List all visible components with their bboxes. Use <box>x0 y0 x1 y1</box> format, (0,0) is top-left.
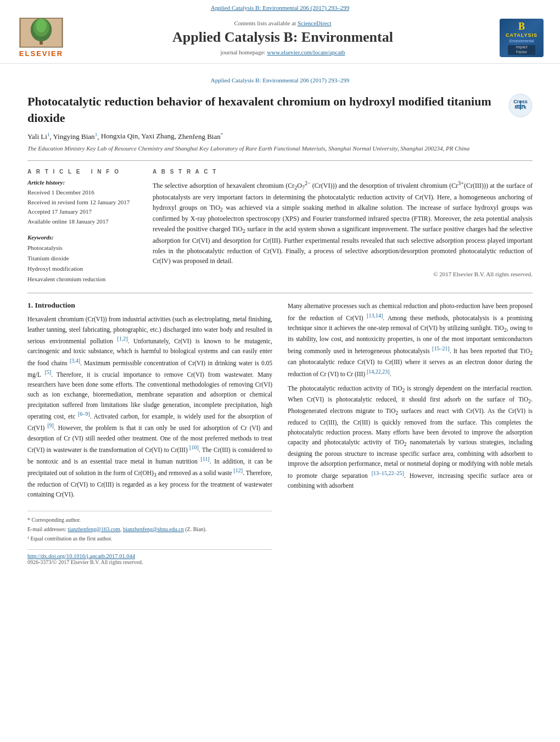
doi-link[interactable]: http://dx.doi.org/10.1016/j.apcatb.2017.… <box>27 553 272 559</box>
received-date: Received 1 December 2016 <box>27 188 137 198</box>
contents-available: Contents lists available at ScienceDirec… <box>71 20 494 26</box>
footnote-corresponding: * Corresponding author. <box>27 516 272 524</box>
authors-line: Yali Li1, Yingying Bian1, Hongxia Qin, Y… <box>27 131 533 141</box>
keyword-photocatalysis: Photocatalysis <box>27 243 137 253</box>
footnote-equal-contrib: ¹ Equal contribution as the first author… <box>27 534 272 543</box>
catalysis-logo: B CATALYSIS Environmental ImpactFactor <box>494 19 549 57</box>
citation-bar: Applied Catalysis B: Environmental 206 (… <box>27 75 533 83</box>
header-content-row: ELSEVIER Contents lists available at Sci… <box>11 14 549 63</box>
issn-text: 0926-3373/© 2017 Elsevier B.V. All right… <box>27 559 272 565</box>
article-title: Photocatalytic reduction behavior of hex… <box>27 93 500 126</box>
footnote-email: E-mail addresses: tianzhenfeng@163.com, … <box>27 525 272 533</box>
affiliation: The Education Ministry Key Lab of Resour… <box>27 144 533 153</box>
elsevier-text: ELSEVIER <box>19 49 63 58</box>
keyword-tio2: Titanium dioxide <box>27 253 137 264</box>
crossmark-badge[interactable]: Cross Mark <box>508 93 533 118</box>
elsevier-logo: ELSEVIER <box>11 18 71 58</box>
history-title: Article history: <box>27 179 137 186</box>
keyword-hydroxyl: Hydroxyl modification <box>27 264 137 274</box>
section1-heading: 1. Introduction <box>27 301 272 310</box>
intro-para-right-2: The photocatalytic reduction activity of… <box>288 383 533 491</box>
journal-citation-link[interactable]: Applied Catalysis B: Environmental 206 (… <box>211 4 349 11</box>
keyword-chromium: Hexavalent chromium reduction <box>27 274 137 284</box>
article-info-col: A R T I C L E I N F O Article history: R… <box>27 169 137 284</box>
author-zhenfeng: Zhenfeng Bian* <box>178 132 223 141</box>
abstract-text: The selective adsorption of hexavalent c… <box>153 179 533 266</box>
body-divider <box>27 293 533 293</box>
doi-bar: http://dx.doi.org/10.1016/j.apcatb.2017.… <box>27 549 272 565</box>
abstract-label: A B S T R A C T <box>153 169 533 175</box>
journal-homepage-url[interactable]: www.elsevier.com/locate/apcatb <box>267 49 345 55</box>
email-label: E-mail addresses: <box>27 526 66 532</box>
available-date: Available online 18 January 2017 <box>27 217 137 227</box>
author-hongxia: Hongxia Qin, <box>101 132 142 141</box>
journal-center: Contents lists available at ScienceDirec… <box>71 20 494 55</box>
page-header: Applied Catalysis B: Environmental 206 (… <box>0 0 560 64</box>
accepted-date: Accepted 17 January 2017 <box>27 207 137 217</box>
author-yali: Yali Li1, <box>27 132 53 141</box>
body-right-col: Many alternative processes such as chemi… <box>288 301 533 565</box>
article-container: Applied Catalysis B: Environmental 206 (… <box>0 64 560 576</box>
abstract-col: A B S T R A C T The selective adsorption… <box>153 169 533 284</box>
catalysis-badge: B CATALYSIS Environmental ImpactFactor <box>500 19 544 57</box>
article-title-block: Photocatalytic reduction behavior of hex… <box>27 93 533 126</box>
article-history: Article history: Received 1 December 201… <box>27 179 137 226</box>
email2[interactable]: bianzhenfeng@shnu.edu.cn <box>123 526 184 532</box>
journal-citation-bar[interactable]: Applied Catalysis B: Environmental 206 (… <box>11 4 549 11</box>
journal-title: Applied Catalysis B: Environmental <box>71 29 494 46</box>
email-suffix: (Z. Bian). <box>185 526 206 532</box>
article-info-abstract: A R T I C L E I N F O Article history: R… <box>27 160 533 284</box>
keywords-title: Keywords: <box>27 234 137 241</box>
sciencedirect-link[interactable]: ScienceDirect <box>298 20 332 26</box>
author-yaxi: Yaxi Zhang, <box>141 132 178 141</box>
revised-date: Received in revised form 12 January 2017 <box>27 198 137 208</box>
citation-text: Applied Catalysis B: Environmental 206 (… <box>211 77 349 83</box>
elsevier-tree-icon <box>19 18 63 48</box>
keywords-block: Keywords: Photocatalysis Titanium dioxid… <box>27 234 137 284</box>
email1[interactable]: tianzhenfeng@163.com <box>68 526 120 532</box>
intro-para-right-1: Many alternative processes such as chemi… <box>288 301 533 379</box>
body-left-col: 1. Introduction Hexavalent chromium (Cr(… <box>27 301 272 565</box>
intro-para-1: Hexavalent chromium (Cr(VI)) from indust… <box>27 314 272 499</box>
copyright: © 2017 Elsevier B.V. All rights reserved… <box>153 271 533 277</box>
svg-point-4 <box>36 19 46 32</box>
journal-homepage: journal homepage: www.elsevier.com/locat… <box>71 49 494 55</box>
footnote-area: * Corresponding author. E-mail addresses… <box>27 511 272 543</box>
body-two-col: 1. Introduction Hexavalent chromium (Cr(… <box>27 301 533 565</box>
article-info-label: A R T I C L E I N F O <box>27 169 137 175</box>
author-yingying: Yingying Bian1, <box>53 132 100 141</box>
